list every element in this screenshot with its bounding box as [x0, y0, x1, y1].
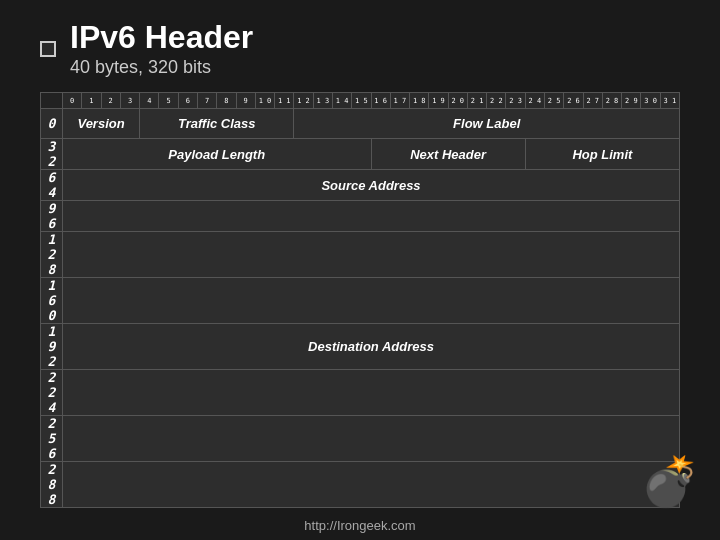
bit-label-18: 1 8 — [410, 93, 429, 109]
main-title: IPv6 Header — [70, 20, 253, 55]
row-label-1: 3 2 — [41, 139, 63, 170]
table-row: 2 2 4 — [41, 370, 680, 416]
bit-label-29: 2 9 — [622, 93, 641, 109]
bit-label-27: 2 7 — [583, 93, 602, 109]
bomb-icon: 💣 — [640, 454, 700, 510]
cell-1-1: Next Header — [371, 139, 525, 170]
bit-label-9: 9 — [236, 93, 255, 109]
bit-label-14: 1 4 — [332, 93, 351, 109]
bit-label-7: 7 — [197, 93, 216, 109]
row-label-6: 1 9 2 — [41, 324, 63, 370]
cell-3-0 — [63, 201, 680, 232]
bit-label-30: 3 0 — [641, 93, 660, 109]
bit-label-6: 6 — [178, 93, 197, 109]
bit-label-21: 2 1 — [467, 93, 486, 109]
table-row: 2 8 8 — [41, 462, 680, 508]
bit-label-22: 2 2 — [487, 93, 506, 109]
bit-label-1: 1 — [82, 93, 101, 109]
title-block: IPv6 Header 40 bytes, 320 bits — [70, 20, 253, 78]
cell-2-0: Source Address — [63, 170, 680, 201]
row-label-2: 6 4 — [41, 170, 63, 201]
cell-9-0 — [63, 462, 680, 508]
row-label-4: 1 2 8 — [41, 232, 63, 278]
table-row: 1 6 0 — [41, 278, 680, 324]
checkbox — [40, 41, 56, 57]
table-row: 1 2 8 — [41, 232, 680, 278]
cell-1-0: Payload Length — [63, 139, 372, 170]
row-label-9: 2 8 8 — [41, 462, 63, 508]
table-row: 3 2Payload LengthNext HeaderHop Limit — [41, 139, 680, 170]
table-container: 01234567891 01 11 21 31 41 51 61 71 81 9… — [40, 92, 680, 508]
bit-label-12: 1 2 — [294, 93, 313, 109]
cell-8-0 — [63, 416, 680, 462]
bit-label-17: 1 7 — [390, 93, 409, 109]
table-row: 0VersionTraffic ClassFlow Label — [41, 109, 680, 139]
bit-label-10: 1 0 — [255, 93, 274, 109]
bit-label-25: 2 5 — [545, 93, 564, 109]
bit-label-20: 2 0 — [448, 93, 467, 109]
row-label-7: 2 2 4 — [41, 370, 63, 416]
cell-6-0: Destination Address — [63, 324, 680, 370]
table-row: 9 6 — [41, 201, 680, 232]
row-label-5: 1 6 0 — [41, 278, 63, 324]
cell-0-2: Flow Label — [294, 109, 680, 139]
bit-label-11: 1 1 — [275, 93, 294, 109]
bit-label-16: 1 6 — [371, 93, 390, 109]
bit-label-28: 2 8 — [602, 93, 621, 109]
table-row: 1 9 2Destination Address — [41, 324, 680, 370]
row-label-8: 2 5 6 — [41, 416, 63, 462]
bit-label-8: 8 — [217, 93, 236, 109]
cell-0-1: Traffic Class — [140, 109, 294, 139]
bit-label-13: 1 3 — [313, 93, 332, 109]
cell-1-2: Hop Limit — [525, 139, 679, 170]
table-row: 2 5 6 — [41, 416, 680, 462]
bit-label-15: 1 5 — [352, 93, 371, 109]
bit-label-31: 3 1 — [660, 93, 679, 109]
bit-label-24: 2 4 — [525, 93, 544, 109]
table-row: 6 4Source Address — [41, 170, 680, 201]
bit-label-19: 1 9 — [429, 93, 448, 109]
bit-label-0: 0 — [63, 93, 82, 109]
bit-label-4: 4 — [140, 93, 159, 109]
row-label-3: 9 6 — [41, 201, 63, 232]
bit-label-23: 2 3 — [506, 93, 525, 109]
cell-4-0 — [63, 232, 680, 278]
cell-5-0 — [63, 278, 680, 324]
row-label-0: 0 — [41, 109, 63, 139]
footer-url: http://Irongeek.com — [304, 518, 415, 533]
bit-label-26: 2 6 — [564, 93, 583, 109]
footer: http://Irongeek.com — [304, 518, 415, 533]
bit-label-2: 2 — [101, 93, 120, 109]
bit-label-5: 5 — [159, 93, 178, 109]
subtitle: 40 bytes, 320 bits — [70, 57, 253, 78]
cell-7-0 — [63, 370, 680, 416]
cell-0-0: Version — [63, 109, 140, 139]
bit-label-3: 3 — [120, 93, 139, 109]
title-area: IPv6 Header 40 bytes, 320 bits — [40, 20, 680, 78]
ipv6-table: 01234567891 01 11 21 31 41 51 61 71 81 9… — [40, 92, 680, 508]
